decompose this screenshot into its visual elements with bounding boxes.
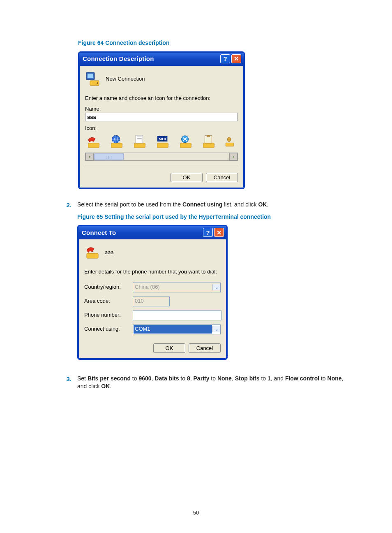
close-icon[interactable]: ✕ [231, 54, 241, 63]
svg-rect-19 [207, 135, 210, 137]
dialog-title: Connection Description [83, 54, 154, 63]
phone-number-label: Phone number: [84, 311, 129, 319]
svg-rect-22 [87, 253, 98, 258]
svg-point-3 [97, 82, 98, 84]
country-combobox: China (86) ⌄ [133, 283, 221, 292]
area-code-label: Area code: [84, 297, 129, 305]
cancel-button[interactable]: Cancel [206, 173, 238, 182]
step-number: 2. [63, 201, 71, 371]
area-code-field: 010 [133, 297, 170, 306]
clipboard-modem-icon[interactable] [201, 134, 217, 150]
help-icon[interactable]: ? [203, 228, 213, 237]
connect-using-label: Connect using: [84, 325, 129, 333]
scroll-left-icon[interactable]: ‹ [85, 153, 94, 160]
figure-65-caption: Figure 65 Setting the serial port used b… [77, 213, 351, 221]
icon-label: Icon: [85, 125, 238, 132]
mci-modem-icon[interactable]: MCI [155, 134, 171, 150]
svg-rect-12 [157, 143, 168, 148]
figure-64-caption: Figure 64 Connection description [78, 39, 351, 47]
svg-rect-4 [88, 143, 99, 148]
titlebar: Connect To ? ✕ [78, 226, 226, 239]
document-modem-icon[interactable] [132, 134, 148, 150]
name-label: Name: [85, 105, 238, 113]
sprint-modem-icon[interactable] [178, 134, 194, 150]
icon-list[interactable]: MCI [85, 132, 238, 152]
page-number: 50 [0, 509, 392, 517]
ok-button[interactable]: OK [171, 173, 203, 182]
step-2-text: Select the serial port to be used from t… [77, 201, 351, 371]
country-label: Country/region: [84, 283, 129, 291]
titlebar: Connection Description ? ✕ [79, 53, 244, 66]
scroll-thumb[interactable]: | | | [94, 153, 124, 160]
chevron-down-icon: ⌄ [212, 284, 220, 290]
step-number: 3. [63, 375, 71, 391]
ok-button[interactable]: OK [153, 343, 185, 353]
dialog-title: Connect To [82, 228, 116, 237]
close-icon[interactable]: ✕ [214, 228, 224, 237]
header-label: aaa [105, 249, 114, 256]
name-input[interactable] [85, 113, 238, 121]
phone-number-input[interactable] [133, 311, 221, 320]
connect-using-combobox[interactable]: COM1 ⌄ [133, 324, 221, 334]
phone-modem-icon[interactable] [86, 134, 101, 150]
connect-to-dialog: Connect To ? ✕ aaa Enter details for [77, 225, 228, 359]
svg-rect-15 [180, 143, 191, 148]
cancel-button[interactable]: Cancel [189, 343, 221, 353]
icon-scrollbar[interactable]: ‹ | | | › [85, 153, 238, 161]
connection-description-dialog: Connection Description ? ✕ New Connectio… [78, 51, 245, 190]
svg-rect-8 [136, 135, 143, 143]
header-label: New Connection [106, 75, 145, 83]
svg-rect-17 [203, 143, 214, 148]
mic-modem-icon[interactable] [224, 134, 235, 150]
svg-rect-20 [226, 143, 234, 146]
instruction-text: Enter details for the phone number that … [84, 268, 221, 276]
help-icon[interactable]: ? [220, 54, 230, 63]
svg-text:MCI: MCI [159, 137, 166, 141]
svg-rect-7 [134, 143, 145, 148]
svg-rect-1 [88, 74, 93, 78]
step-3-text: Set Bits per second to 9600, Data bits t… [77, 375, 351, 391]
chevron-down-icon[interactable]: ⌄ [212, 326, 220, 332]
svg-point-21 [227, 137, 231, 142]
new-connection-icon [85, 71, 101, 87]
instruction-text: Enter a name and choose an icon for the … [85, 95, 238, 102]
connection-icon [84, 244, 101, 261]
scroll-right-icon[interactable]: › [229, 153, 238, 160]
svg-rect-5 [111, 143, 122, 148]
globe-modem-icon[interactable] [109, 134, 125, 150]
